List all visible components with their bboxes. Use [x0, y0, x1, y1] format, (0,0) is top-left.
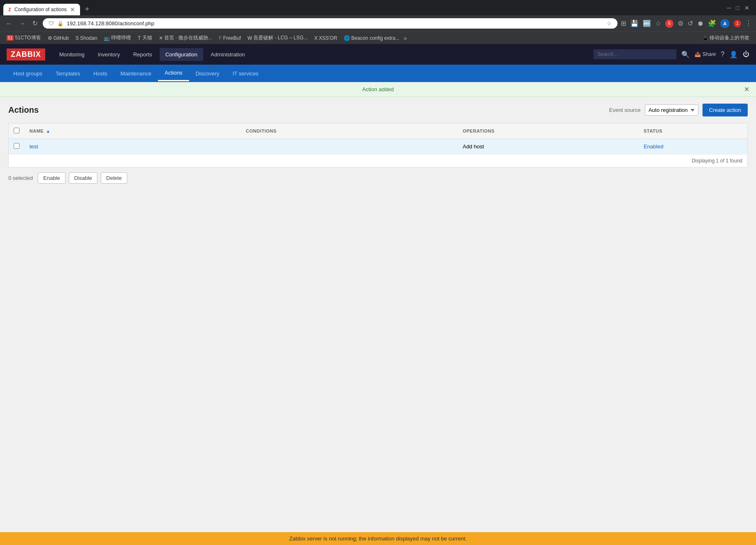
user-profile-button[interactable]: 👤: [729, 51, 738, 58]
help-button[interactable]: ?: [721, 51, 724, 58]
browser-tab[interactable]: Z Configuration of actions ✕: [3, 4, 80, 15]
bookmark-mobile-icon: 📱: [702, 35, 708, 41]
page-title: Actions: [8, 105, 39, 115]
bookmark-beacon[interactable]: 🌐 Beacon config extra...: [341, 34, 402, 42]
search-submit-button[interactable]: 🔍: [681, 51, 690, 58]
star-icon[interactable]: ☆: [655, 19, 661, 27]
name-column-header[interactable]: NAME ▲: [24, 124, 241, 139]
menu-icon[interactable]: ⋮: [745, 19, 752, 27]
bottom-toolbar: 0 selected Enable Disable Delete: [8, 167, 748, 189]
bookmark-xssor[interactable]: X XSS'OR: [312, 34, 340, 42]
share-button[interactable]: 📤 Share: [695, 51, 716, 57]
select-all-checkbox[interactable]: [14, 128, 19, 133]
logout-button[interactable]: ⏻: [743, 51, 749, 58]
zabbix-logo[interactable]: ZABBIX: [7, 48, 45, 61]
subnav-it-services[interactable]: IT services: [226, 66, 265, 81]
sub-navigation: Host groups Templates Hosts Maintenance …: [0, 65, 756, 82]
share-icon: 📤: [695, 51, 701, 57]
bookmark-51cto[interactable]: 51 51CTO博客: [4, 34, 44, 42]
settings-icon[interactable]: ⚙: [678, 19, 683, 27]
extensions-icon[interactable]: ⊞: [621, 19, 626, 27]
bookmark-bilibili-icon: 📺: [104, 35, 110, 41]
bookmark-github[interactable]: ⚙ GitHub: [45, 34, 71, 42]
new-tab-button[interactable]: +: [82, 3, 93, 15]
bookmark-mobile[interactable]: 📱 移动设备上的书签: [700, 34, 752, 42]
profile-avatar[interactable]: A: [720, 19, 729, 28]
page-header-right: Event source Triggers Discovery Auto reg…: [609, 104, 748, 116]
page-header: Actions Event source Triggers Discovery …: [8, 104, 748, 116]
badge-1: 1: [734, 20, 741, 27]
top-nav-items: Monitoring Inventory Reports Configurati…: [53, 48, 593, 61]
bookmark-52pojie-icon: W: [248, 35, 252, 41]
minimize-button[interactable]: ─: [727, 5, 731, 11]
nav-reports[interactable]: Reports: [127, 48, 158, 61]
bookmark-tmall[interactable]: T 天猫: [135, 34, 154, 42]
close-window-button[interactable]: ✕: [744, 5, 749, 11]
refresh-button[interactable]: ↻: [31, 18, 39, 29]
actions-table: NAME ▲ CONDITIONS OPERATIONS STATUS: [9, 124, 747, 154]
stop-icon[interactable]: ⏺: [697, 20, 704, 27]
row-operations-cell: Add host: [458, 139, 639, 155]
nav-configuration[interactable]: Configuration: [160, 48, 203, 61]
name-sort-icon: ▲: [46, 129, 50, 133]
more-bookmarks-button[interactable]: »: [404, 35, 407, 41]
address-bar[interactable]: 🛡 🔒 192.168.74.128:8080/actionconf.php ☆: [43, 18, 617, 29]
nav-inventory[interactable]: Inventory: [92, 48, 126, 61]
maximize-button[interactable]: □: [736, 5, 739, 11]
event-source-select[interactable]: Triggers Discovery Auto registration Int…: [645, 104, 698, 116]
subnav-discovery[interactable]: Discovery: [189, 66, 226, 81]
bookmark-shodan[interactable]: S Shodan: [73, 34, 100, 42]
bookmark-tmall-icon: T: [138, 35, 141, 41]
history-icon[interactable]: ↺: [688, 19, 693, 27]
delete-button[interactable]: Delete: [101, 172, 127, 184]
bookmark-bilibili[interactable]: 📺 哔哩哔哩: [101, 34, 134, 42]
create-action-button[interactable]: Create action: [703, 104, 748, 116]
subnav-maintenance[interactable]: Maintenance: [114, 66, 158, 81]
address-text: 192.168.74.128:8080/actionconf.php: [67, 20, 154, 27]
action-name-link[interactable]: test: [29, 143, 38, 150]
row-conditions-cell: [241, 139, 458, 155]
translate-icon[interactable]: 🔤: [643, 19, 651, 27]
bookmark-beacon-icon: 🌐: [344, 35, 350, 41]
enable-button[interactable]: Enable: [38, 172, 65, 184]
forward-button[interactable]: →: [17, 18, 27, 29]
row-name-cell: test: [24, 139, 241, 155]
disable-button[interactable]: Disable: [69, 172, 97, 184]
table-footer: Displaying 1 of 1 found: [9, 154, 747, 167]
nav-monitoring[interactable]: Monitoring: [53, 48, 90, 61]
alert-text: Action added: [362, 86, 394, 92]
event-source-label: Event source: [609, 107, 641, 113]
row-checkbox-cell: [9, 139, 24, 155]
save-icon[interactable]: 💾: [630, 19, 639, 27]
tab-close-button[interactable]: ✕: [70, 6, 75, 13]
top-navigation: ZABBIX Monitoring Inventory Reports Conf…: [0, 44, 756, 65]
subnav-templates[interactable]: Templates: [49, 66, 87, 81]
bookmark-weibao[interactable]: ✕ 首页 · 微步在线威胁...: [156, 34, 215, 42]
bookmark-weibao-icon: ✕: [159, 35, 163, 41]
operations-column-header: OPERATIONS: [458, 124, 639, 139]
action-status-toggle[interactable]: Enabled: [644, 143, 664, 150]
row-select-checkbox[interactable]: [14, 143, 19, 149]
security-icon: 🛡: [49, 20, 54, 27]
bookmark-52pojie[interactable]: W 吾爱破解 - LCG – LSG...: [245, 34, 310, 42]
bookmark-freebuf[interactable]: F FreeBuf: [216, 34, 243, 42]
tab-title: Configuration of actions: [15, 7, 67, 12]
bookmark-51cto-icon: 51: [7, 35, 14, 41]
nav-administration[interactable]: Administration: [205, 48, 250, 61]
bookmark-star-icon[interactable]: ☆: [607, 20, 612, 27]
bookmark-freebuf-icon: F: [219, 35, 222, 41]
alert-close-button[interactable]: ✕: [744, 85, 749, 93]
table-row: test Add host Enabled: [9, 139, 747, 155]
select-all-header: [9, 124, 24, 139]
row-status-cell: Enabled: [639, 139, 747, 155]
subnav-actions[interactable]: Actions: [158, 65, 189, 81]
subnav-host-groups[interactable]: Host groups: [7, 66, 49, 81]
bookmark-shodan-icon: S: [75, 35, 79, 41]
search-input[interactable]: [593, 49, 676, 59]
back-button[interactable]: ←: [4, 18, 14, 29]
bookmark-xssor-icon: X: [314, 35, 318, 41]
main-content: Actions Event source Triggers Discovery …: [0, 97, 756, 304]
puzzle-icon[interactable]: 🧩: [708, 19, 716, 27]
bookmark-github-icon: ⚙: [48, 35, 52, 41]
subnav-hosts[interactable]: Hosts: [87, 66, 114, 81]
